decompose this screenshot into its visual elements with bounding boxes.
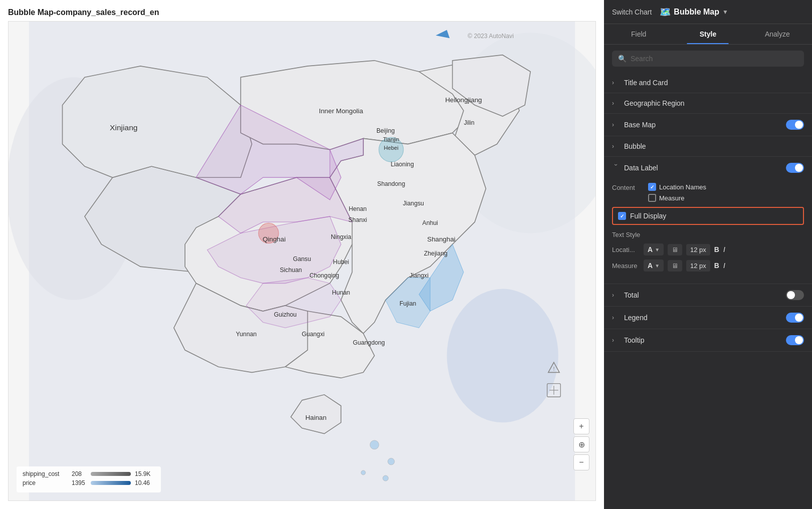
section-title-card-header[interactable]: › Title and Card xyxy=(604,73,812,93)
svg-text:Shanxi: Shanxi xyxy=(348,216,367,223)
full-display-row[interactable]: Full Display xyxy=(612,207,804,225)
chevron-down-icon: › xyxy=(613,164,620,172)
svg-point-4 xyxy=(370,440,379,449)
legend-shipping-cost-label: shipping_cost xyxy=(23,470,68,477)
bubble-map-icon: 🗺️ xyxy=(660,7,671,18)
measure-font-caret-icon: ▼ xyxy=(655,263,660,269)
svg-text:Fujian: Fujian xyxy=(399,300,416,307)
svg-text:Guizhou: Guizhou xyxy=(274,311,297,318)
content-label: Content xyxy=(612,183,642,191)
map-controls: + ⊕ − xyxy=(573,418,589,470)
svg-point-5 xyxy=(388,458,394,465)
svg-text:Jiangxi: Jiangxi xyxy=(410,272,429,279)
measure-italic-button[interactable]: I xyxy=(723,262,725,270)
location-names-label: Location Names xyxy=(659,183,706,191)
map-title: Bubble Map-company_sales_record_en xyxy=(8,8,596,17)
legend-price-max: 10.46 xyxy=(135,479,155,486)
section-legend-header[interactable]: › Legend xyxy=(604,307,812,329)
china-map-svg: Xinjiang Qinghai Gansu Ningxia Shanxi In… xyxy=(9,22,595,500)
svg-text:!: ! xyxy=(553,366,554,372)
location-font-select[interactable]: A ▼ xyxy=(644,243,664,256)
svg-text:Hainan: Hainan xyxy=(305,414,326,421)
svg-point-3 xyxy=(447,289,558,423)
measure-type-label: Measure xyxy=(612,262,640,270)
legend-toggle[interactable] xyxy=(786,313,804,323)
location-italic-button[interactable]: I xyxy=(723,245,725,253)
svg-text:Henan: Henan xyxy=(349,205,367,212)
location-names-checkbox-row[interactable]: Location Names xyxy=(648,183,706,191)
measure-font-letter: A xyxy=(648,262,653,270)
section-geographic-region-header[interactable]: › Geographic Region xyxy=(604,93,812,113)
switch-chart-name: Bubble Map xyxy=(674,8,719,17)
section-tooltip: › Tooltip xyxy=(604,329,812,352)
svg-text:Shanghai: Shanghai xyxy=(427,235,455,243)
svg-text:Inner Mongolia: Inner Mongolia xyxy=(319,107,363,115)
svg-text:Heilongjiang: Heilongjiang xyxy=(445,96,482,104)
chevron-right-icon: › xyxy=(612,292,620,299)
section-legend-label: Legend xyxy=(624,314,782,322)
legend-price-min: 1395 xyxy=(72,479,87,486)
full-display-label: Full Display xyxy=(630,212,666,220)
compass-button[interactable]: ⊕ xyxy=(573,436,589,452)
location-type-label: Locati... xyxy=(612,246,640,253)
search-input[interactable] xyxy=(631,55,798,63)
svg-text:Liaoning: Liaoning xyxy=(390,161,414,168)
location-text-style-row: Locati... A ▼ 🖥 12 px B I xyxy=(612,243,804,256)
chevron-right-icon: › xyxy=(612,100,620,107)
svg-point-7 xyxy=(361,470,365,475)
svg-text:Beijing: Beijing xyxy=(376,127,395,134)
location-font-display-control[interactable]: 🖥 xyxy=(668,244,682,256)
monitor-icon: 🖥 xyxy=(672,262,678,270)
tab-field[interactable]: Field xyxy=(604,24,673,44)
measure-checkbox-row[interactable]: Measure xyxy=(648,194,706,202)
svg-text:© 2023 AutoNavi: © 2023 AutoNavi xyxy=(468,33,514,40)
section-title-card: › Title and Card xyxy=(604,73,812,93)
tab-style[interactable]: Style xyxy=(673,24,742,44)
section-bubble-header[interactable]: › Bubble xyxy=(604,136,812,156)
section-tooltip-header[interactable]: › Tooltip xyxy=(604,329,812,351)
tooltip-toggle[interactable] xyxy=(786,335,804,345)
svg-text:Hebei: Hebei xyxy=(384,145,398,151)
tab-analyze[interactable]: Analyze xyxy=(743,24,812,44)
map-container[interactable]: Xinjiang Qinghai Gansu Ningxia Shanxi In… xyxy=(8,21,596,501)
switch-chart-type[interactable]: 🗺️ Bubble Map ▼ xyxy=(660,7,728,18)
content-row: Content Location Names Measure xyxy=(612,183,804,202)
total-toggle[interactable] xyxy=(786,290,804,300)
location-names-checkbox[interactable] xyxy=(648,183,656,191)
section-data-label-header[interactable]: › Data Label xyxy=(604,157,812,179)
svg-text:Shandong: Shandong xyxy=(377,180,405,187)
measure-font-display-control[interactable]: 🖥 xyxy=(668,260,682,272)
section-base-map-header[interactable]: › Base Map xyxy=(604,114,812,136)
zoom-out-button[interactable]: − xyxy=(573,454,589,470)
map-legend: shipping_cost 208 15.9K price 1395 10.46 xyxy=(17,466,161,492)
chevron-right-icon: › xyxy=(612,314,620,321)
tabs-bar: Field Style Analyze xyxy=(604,24,812,45)
svg-point-6 xyxy=(383,475,388,481)
chevron-right-icon: › xyxy=(612,121,620,128)
data-label-toggle[interactable] xyxy=(786,163,804,173)
full-display-checkbox[interactable] xyxy=(618,212,626,220)
svg-text:Ningxia: Ningxia xyxy=(331,233,351,240)
section-total: › Total xyxy=(604,284,812,307)
measure-font-select[interactable]: A ▼ xyxy=(644,260,664,272)
svg-text:Jilin: Jilin xyxy=(464,119,474,126)
measure-bold-button[interactable]: B xyxy=(714,262,719,270)
chevron-right-icon: › xyxy=(612,143,620,150)
section-base-map-label: Base Map xyxy=(624,121,782,129)
svg-text:Sichuan: Sichuan xyxy=(280,267,302,274)
measure-checkbox[interactable] xyxy=(648,194,656,202)
section-bubble-label: Bubble xyxy=(624,142,804,150)
measure-text-style-row: Measure A ▼ 🖥 12 px B I xyxy=(612,260,804,272)
zoom-in-button[interactable]: + xyxy=(573,418,589,434)
search-box[interactable]: 🔍 xyxy=(612,51,804,67)
legend-price-bar xyxy=(91,481,131,485)
svg-text:Guangdong: Guangdong xyxy=(353,339,385,346)
chevron-right-icon: › xyxy=(612,337,620,344)
location-bold-button[interactable]: B xyxy=(714,245,719,253)
base-map-toggle[interactable] xyxy=(786,120,804,130)
section-total-header[interactable]: › Total xyxy=(604,284,812,306)
section-legend: › Legend xyxy=(604,307,812,329)
svg-text:Zhejiang: Zhejiang xyxy=(424,250,448,257)
svg-text:Guangxi: Guangxi xyxy=(302,331,325,338)
content-checkboxes: Location Names Measure xyxy=(648,183,706,202)
